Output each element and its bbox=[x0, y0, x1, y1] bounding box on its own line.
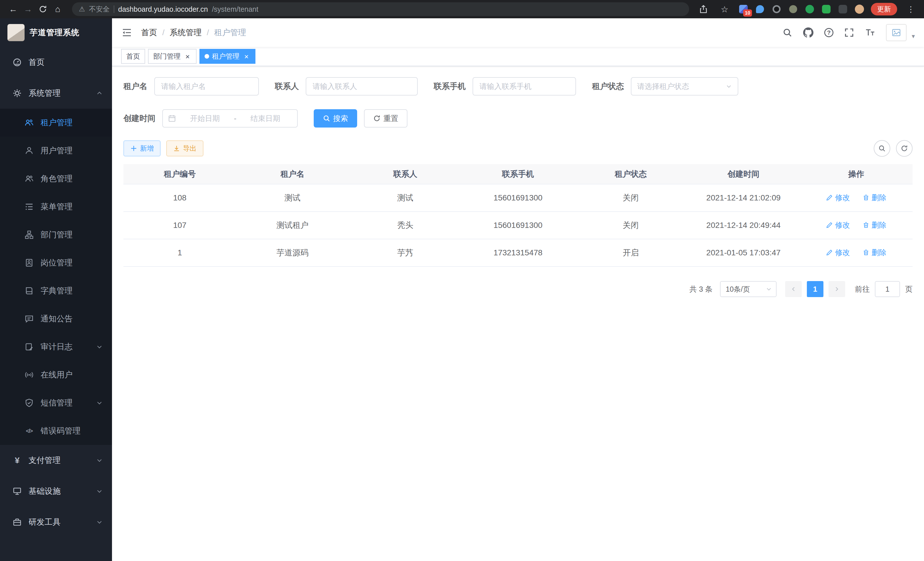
edit-link[interactable]: 修改 bbox=[826, 193, 850, 203]
sidebar-item-error-code[interactable]: </> 错误码管理 bbox=[0, 417, 112, 445]
home-button[interactable]: ⌂ bbox=[50, 2, 65, 17]
address-bar[interactable]: ⚠ 不安全 dashboard.yudao.iocoder.cn/system/… bbox=[72, 2, 689, 16]
delete-link[interactable]: 删除 bbox=[862, 220, 886, 230]
create-time-range-picker[interactable]: 开始日期 - 结束日期 bbox=[162, 109, 298, 128]
cell-contact: 秃头 bbox=[349, 212, 462, 239]
sidebar-item-dept[interactable]: 部门管理 bbox=[0, 221, 112, 249]
sidebar-item-system[interactable]: 系统管理 bbox=[0, 78, 112, 109]
reset-button[interactable]: 重置 bbox=[364, 109, 407, 128]
table-row: 1 芋道源码 芋艿 17321315478 开启 2021-01-05 17:0… bbox=[123, 239, 913, 266]
share-icon[interactable] bbox=[696, 2, 711, 17]
sidebar-item-label: 部门管理 bbox=[40, 229, 73, 240]
sidebar-item-payment[interactable]: ¥ 支付管理 bbox=[0, 445, 112, 476]
delete-link[interactable]: 删除 bbox=[862, 248, 886, 258]
sidebar-item-sms[interactable]: 短信管理 bbox=[0, 389, 112, 417]
export-button[interactable]: 导出 bbox=[166, 140, 203, 156]
sidebar-item-menu[interactable]: 菜单管理 bbox=[0, 193, 112, 221]
phone-input[interactable] bbox=[472, 77, 576, 96]
table-row: 108 测试 测试 15601691300 关闭 2021-12-14 21:0… bbox=[123, 184, 913, 212]
tenant-status-select[interactable]: 请选择租户状态 bbox=[631, 77, 738, 96]
sidebar-item-post[interactable]: 岗位管理 bbox=[0, 249, 112, 277]
sidebar-item-infrastructure[interactable]: 基础设施 bbox=[0, 476, 112, 507]
back-button[interactable]: ← bbox=[6, 2, 21, 17]
user-avatar[interactable] bbox=[886, 24, 907, 41]
sidebar-item-dict[interactable]: 字典管理 bbox=[0, 277, 112, 305]
page-number-button[interactable]: 1 bbox=[807, 281, 824, 297]
tenant-name-input[interactable] bbox=[154, 77, 259, 96]
sidebar-item-dev-tools[interactable]: 研发工具 bbox=[0, 507, 112, 538]
edit-link[interactable]: 修改 bbox=[826, 248, 850, 258]
add-button[interactable]: 新增 bbox=[123, 140, 160, 156]
extension-icon-ring[interactable] bbox=[771, 4, 782, 14]
cell-created: 2021-12-14 20:49:44 bbox=[687, 212, 800, 239]
calendar-icon bbox=[168, 114, 176, 122]
chevron-down-icon bbox=[726, 83, 732, 89]
search-icon[interactable] bbox=[783, 28, 792, 38]
reload-button[interactable] bbox=[35, 2, 50, 17]
breadcrumb-item-system[interactable]: 系统管理 bbox=[170, 27, 202, 38]
active-dot bbox=[205, 54, 209, 59]
sidebar-item-user[interactable]: 用户管理 bbox=[0, 137, 112, 165]
next-page-button[interactable] bbox=[829, 281, 845, 297]
sidebar-item-audit-log[interactable]: 审计日志 bbox=[0, 333, 112, 361]
navbar-actions: ? ▾ bbox=[783, 24, 915, 41]
refresh-button[interactable] bbox=[896, 140, 913, 157]
github-icon[interactable] bbox=[803, 27, 813, 38]
delete-link[interactable]: 删除 bbox=[862, 193, 886, 203]
cell-status: 关闭 bbox=[574, 212, 687, 239]
extension-icon-pixel[interactable]: 10 bbox=[738, 4, 748, 14]
extension-icon-drop[interactable] bbox=[755, 4, 765, 14]
chevron-down-icon[interactable]: ▾ bbox=[912, 33, 915, 41]
sidebar-item-label: 审计日志 bbox=[40, 341, 73, 352]
tag-dept[interactable]: 部门管理 × bbox=[148, 49, 196, 64]
table-row: 107 测试租户 秃头 15601691300 关闭 2021-12-14 20… bbox=[123, 212, 913, 239]
close-icon[interactable]: × bbox=[183, 52, 191, 60]
extension-icon-olive[interactable] bbox=[788, 4, 798, 14]
tag-tenant[interactable]: 租户管理 × bbox=[200, 49, 255, 64]
sidebar-menu: 首页 系统管理 租户管理 用户管理 角色管理 bbox=[0, 47, 112, 538]
column-header-created: 创建时间 bbox=[687, 164, 800, 184]
prev-page-button[interactable] bbox=[785, 281, 802, 297]
puzzle-icon[interactable] bbox=[838, 4, 848, 14]
sidebar-item-label: 岗位管理 bbox=[40, 257, 73, 268]
tag-home[interactable]: 首页 bbox=[121, 49, 145, 64]
sidebar-item-role[interactable]: 角色管理 bbox=[0, 165, 112, 193]
sidebar-item-tenant[interactable]: 租户管理 bbox=[0, 109, 112, 137]
briefcase-icon bbox=[12, 517, 22, 527]
sidebar: 芋道管理系统 首页 系统管理 租户管理 用户管理 bbox=[0, 18, 112, 561]
extension-icon-green[interactable] bbox=[805, 4, 815, 14]
update-button[interactable]: 更新 bbox=[871, 3, 897, 15]
forward-button[interactable]: → bbox=[21, 2, 35, 17]
profile-avatar[interactable] bbox=[854, 4, 865, 14]
close-icon[interactable]: × bbox=[242, 52, 250, 60]
contact-input[interactable] bbox=[306, 77, 418, 96]
page-size-select[interactable]: 10条/页 bbox=[720, 281, 777, 297]
extension-icon-chat[interactable] bbox=[821, 4, 831, 14]
sidebar-item-home[interactable]: 首页 bbox=[0, 47, 112, 78]
goto-page-input[interactable] bbox=[875, 281, 900, 297]
search-button[interactable]: 搜索 bbox=[314, 109, 357, 128]
url-host: dashboard.yudao.iocoder.cn bbox=[118, 5, 208, 14]
top-navbar: 首页 / 系统管理 / 租户管理 ? ▾ bbox=[112, 18, 924, 47]
kebab-menu-icon[interactable]: ⋮ bbox=[903, 2, 918, 17]
app-logo[interactable]: 芋道管理系统 bbox=[0, 18, 112, 47]
sidebar-item-label: 在线用户 bbox=[40, 369, 73, 380]
sidebar-toggle-icon[interactable] bbox=[121, 27, 133, 38]
toggle-search-button[interactable] bbox=[874, 140, 890, 157]
cell-status: 开启 bbox=[574, 239, 687, 266]
help-icon[interactable]: ? bbox=[824, 28, 833, 37]
sidebar-item-label: 短信管理 bbox=[40, 397, 73, 408]
sidebar-item-label: 研发工具 bbox=[28, 517, 61, 528]
fullscreen-icon[interactable] bbox=[844, 28, 854, 38]
sidebar-item-label: 菜单管理 bbox=[40, 201, 73, 212]
cell-phone: 15601691300 bbox=[462, 184, 574, 212]
delete-link-label: 删除 bbox=[872, 248, 886, 258]
edit-link[interactable]: 修改 bbox=[826, 220, 850, 230]
sidebar-item-online-users[interactable]: 在线用户 bbox=[0, 361, 112, 389]
chevron-down-icon bbox=[766, 286, 772, 292]
font-size-icon[interactable] bbox=[865, 27, 875, 38]
sidebar-item-notice[interactable]: 通知公告 bbox=[0, 305, 112, 333]
select-placeholder: 请选择租户状态 bbox=[637, 81, 689, 92]
breadcrumb-item-home[interactable]: 首页 bbox=[141, 27, 157, 38]
bookmark-star-icon[interactable]: ☆ bbox=[717, 2, 732, 17]
